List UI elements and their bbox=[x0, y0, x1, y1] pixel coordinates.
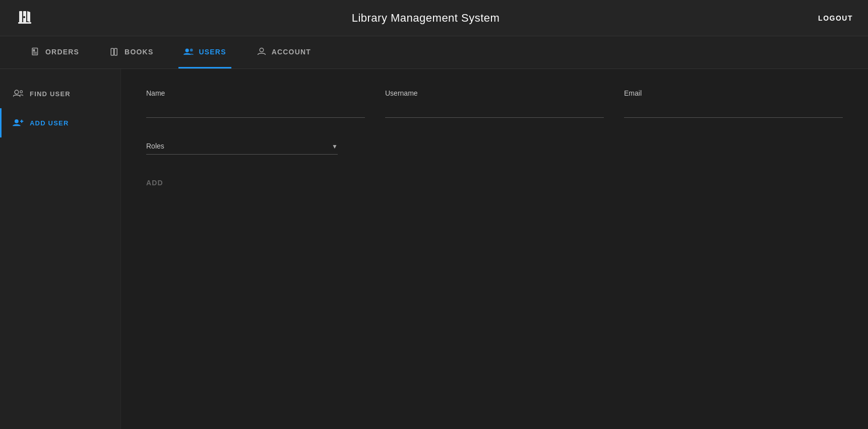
tab-account[interactable]: ACCOUNT bbox=[252, 36, 316, 68]
sidebar-add-user-label: ADD USER bbox=[30, 119, 69, 127]
users-icon bbox=[183, 47, 194, 57]
sidebar-item-add-user[interactable]: ADD USER bbox=[0, 108, 120, 137]
email-field: Email bbox=[624, 89, 843, 118]
username-label: Username bbox=[385, 89, 604, 97]
tab-books-label: BOOKS bbox=[125, 48, 153, 56]
account-icon bbox=[257, 47, 267, 57]
svg-point-12 bbox=[260, 48, 264, 52]
username-field: Username bbox=[385, 89, 604, 118]
roles-select[interactable]: Roles Admin Librarian Member bbox=[146, 138, 338, 155]
form-row-basic: Name Username Email bbox=[146, 89, 843, 118]
name-input[interactable] bbox=[146, 101, 365, 118]
tab-orders-label: ORDERS bbox=[45, 48, 79, 56]
svg-rect-9 bbox=[114, 48, 117, 55]
tab-account-label: ACCOUNT bbox=[272, 48, 311, 56]
roles-row: Roles Admin Librarian Member ▼ bbox=[146, 138, 843, 155]
logo-icon bbox=[15, 9, 33, 27]
tab-users-label: USERS bbox=[199, 48, 226, 56]
orders-icon bbox=[30, 47, 40, 57]
svg-rect-8 bbox=[111, 48, 113, 55]
name-label: Name bbox=[146, 89, 365, 97]
svg-point-10 bbox=[185, 48, 189, 52]
svg-rect-5 bbox=[33, 49, 35, 51]
main-container: FIND USER ADD USER Name Username bbox=[0, 69, 868, 429]
content-area: Name Username Email Roles Admin Libraria… bbox=[121, 69, 868, 429]
svg-rect-2 bbox=[18, 22, 31, 24]
nav-tabs: ORDERS BOOKS USERS ACCO bbox=[0, 36, 868, 69]
logout-button[interactable]: LOGOUT bbox=[818, 14, 853, 22]
email-input[interactable] bbox=[624, 101, 843, 118]
add-user-icon bbox=[13, 117, 24, 128]
sidebar-find-user-label: FIND USER bbox=[30, 90, 71, 98]
add-button-row: ADD bbox=[146, 175, 843, 191]
svg-rect-0 bbox=[19, 11, 22, 22]
books-icon bbox=[109, 47, 119, 57]
sidebar: FIND USER ADD USER bbox=[0, 69, 121, 429]
email-label: Email bbox=[624, 89, 843, 97]
tab-orders[interactable]: ORDERS bbox=[25, 36, 84, 68]
app-title: Library Management System bbox=[352, 12, 500, 25]
username-input[interactable] bbox=[385, 101, 604, 118]
roles-select-wrapper: Roles Admin Librarian Member ▼ bbox=[146, 138, 338, 155]
find-user-icon bbox=[13, 88, 24, 99]
sidebar-item-find-user[interactable]: FIND USER bbox=[0, 79, 120, 108]
name-field: Name bbox=[146, 89, 365, 118]
tab-users[interactable]: USERS bbox=[178, 36, 231, 68]
tab-books[interactable]: BOOKS bbox=[104, 36, 158, 68]
app-header: Library Management System LOGOUT bbox=[0, 0, 868, 36]
svg-rect-4 bbox=[32, 48, 38, 55]
svg-point-3 bbox=[23, 16, 25, 18]
svg-point-14 bbox=[20, 91, 23, 93]
add-button[interactable]: ADD bbox=[146, 175, 163, 191]
svg-point-11 bbox=[190, 48, 193, 51]
svg-point-13 bbox=[15, 90, 19, 94]
logo bbox=[15, 9, 33, 27]
svg-point-15 bbox=[15, 119, 19, 123]
